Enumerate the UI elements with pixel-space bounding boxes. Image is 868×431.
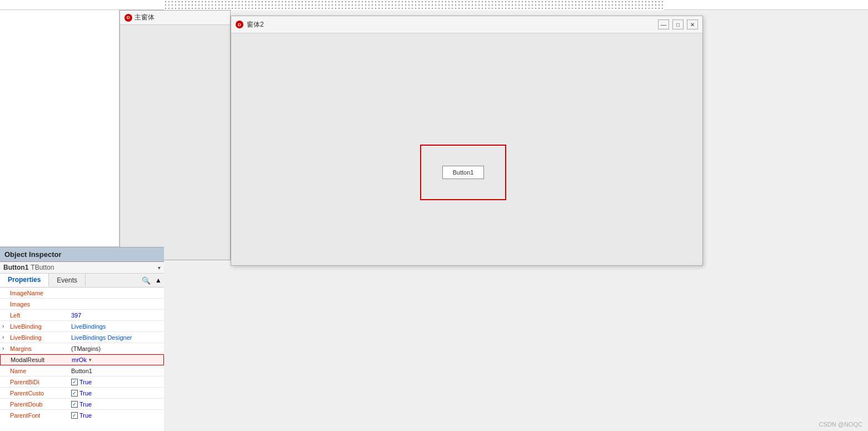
tab-events[interactable]: Events <box>49 274 86 286</box>
prop-row-imagename: ImageName <box>0 288 164 299</box>
checkbox-parentfont[interactable]: ✓ <box>71 412 78 419</box>
prop-row-parentbidi: ParentBiDi ✓ True <box>0 376 164 388</box>
prop-value-name: Button1 <box>71 368 162 374</box>
prop-value-left: 397 <box>71 312 162 319</box>
checkbox-parentcusto[interactable]: ✓ <box>71 390 78 397</box>
expand-livebinding1: › <box>2 323 10 329</box>
delphi-icon-window2: D <box>236 21 243 28</box>
component-type: TButton <box>31 264 54 271</box>
top-area <box>0 0 868 10</box>
main-window-title-text: 主窗体 <box>134 13 154 22</box>
properties-list: ImageName Images Left 397 › LiveBinding … <box>0 288 164 420</box>
close-button[interactable]: ✕ <box>687 19 698 29</box>
object-inspector-title: Object Inspector <box>0 247 164 262</box>
prop-row-livebinding2: › LiveBinding LiveBindings Designer <box>0 332 164 343</box>
button1-widget[interactable]: Button1 <box>442 166 484 179</box>
prop-name-name: Name <box>10 368 71 374</box>
prop-row-parentfont: ParentFont ✓ True <box>0 410 164 420</box>
checkbox-parentdoub[interactable]: ✓ <box>71 401 78 408</box>
watermark: CSDN @NOQC <box>819 421 862 428</box>
checkbox-parentdoub-label: True <box>79 401 92 408</box>
prop-name-left: Left <box>10 312 71 319</box>
modalresult-value-text: mrOk <box>72 356 87 363</box>
object-inspector: Object Inspector Button1 TButton ▾ Prope… <box>0 247 164 431</box>
prop-value-parentfont: ✓ True <box>71 412 162 419</box>
prop-row-left: Left 397 <box>0 310 164 321</box>
component-name: Button1 <box>3 264 28 271</box>
modalresult-dropdown-arrow[interactable]: ▾ <box>89 357 92 363</box>
prop-name-livebinding2: LiveBinding <box>10 334 71 341</box>
tab-properties[interactable]: Properties <box>0 274 49 287</box>
maximize-button[interactable]: □ <box>672 19 684 29</box>
window2-content: Button1 <box>231 33 702 265</box>
collapse-icon[interactable]: ▲ <box>155 276 162 284</box>
design-area <box>164 0 664 10</box>
prop-value-parentdoub: ✓ True <box>71 401 162 408</box>
main-window: D 主窗体 <box>119 10 231 260</box>
expand-livebinding2: › <box>2 334 10 340</box>
prop-value-livebinding1[interactable]: LiveBindings <box>71 323 162 330</box>
checkbox-parentcusto-label: True <box>79 390 92 397</box>
prop-name-images: Images <box>10 301 71 308</box>
checkbox-parentbidi[interactable]: ✓ <box>71 379 78 385</box>
prop-name-parentbidi: ParentBiDi <box>10 379 71 385</box>
prop-value-margins: (TMargins) <box>71 345 162 352</box>
minimize-button[interactable]: — <box>658 19 669 29</box>
prop-name-parentfont: ParentFont <box>10 412 71 419</box>
component-selector[interactable]: Button1 TButton ▾ <box>0 262 164 274</box>
main-window-titlebar: D 主窗体 <box>120 11 230 25</box>
prop-row-name: Name Button1 <box>0 365 164 376</box>
tabs-row: Properties Events 🔍 ▲ <box>0 274 164 288</box>
delphi-icon-main: D <box>124 14 132 22</box>
component-dropdown-arrow[interactable]: ▾ <box>158 265 161 271</box>
window2-titlebar: D 窗体2 — □ ✕ <box>231 16 702 33</box>
checkbox-parentbidi-label: True <box>79 379 92 385</box>
prop-name-modalresult: ModalResult <box>11 356 72 363</box>
search-icon[interactable]: 🔍 <box>138 275 154 286</box>
left-top-panel: Button1 <box>0 0 119 247</box>
window2: D 窗体2 — □ ✕ Button1 <box>231 16 703 266</box>
prop-name-parentcusto: ParentCusto <box>10 390 71 397</box>
prop-row-parentdoub: ParentDoub ✓ True <box>0 399 164 410</box>
checkbox-parentfont-label: True <box>79 412 92 419</box>
prop-row-images: Images <box>0 299 164 310</box>
window2-title-text: 窗体2 <box>247 20 655 29</box>
prop-value-livebinding2[interactable]: LiveBindings Designer <box>71 334 162 341</box>
prop-name-livebinding1: LiveBinding <box>10 323 71 330</box>
prop-row-modalresult[interactable]: ModalResult mrOk ▾ <box>0 354 164 365</box>
prop-name-imagename: ImageName <box>10 290 71 296</box>
prop-row-parentcusto: ParentCusto ✓ True <box>0 388 164 399</box>
prop-value-modalresult[interactable]: mrOk ▾ <box>72 356 161 363</box>
prop-value-parentbidi: ✓ True <box>71 379 162 385</box>
prop-name-parentdoub: ParentDoub <box>10 401 71 408</box>
expand-margins: › <box>2 345 10 351</box>
prop-value-parentcusto: ✓ True <box>71 390 162 397</box>
prop-row-livebinding1: › LiveBinding LiveBindings <box>0 321 164 332</box>
prop-row-margins: › Margins (TMargins) <box>0 343 164 354</box>
prop-name-margins: Margins <box>10 345 71 352</box>
